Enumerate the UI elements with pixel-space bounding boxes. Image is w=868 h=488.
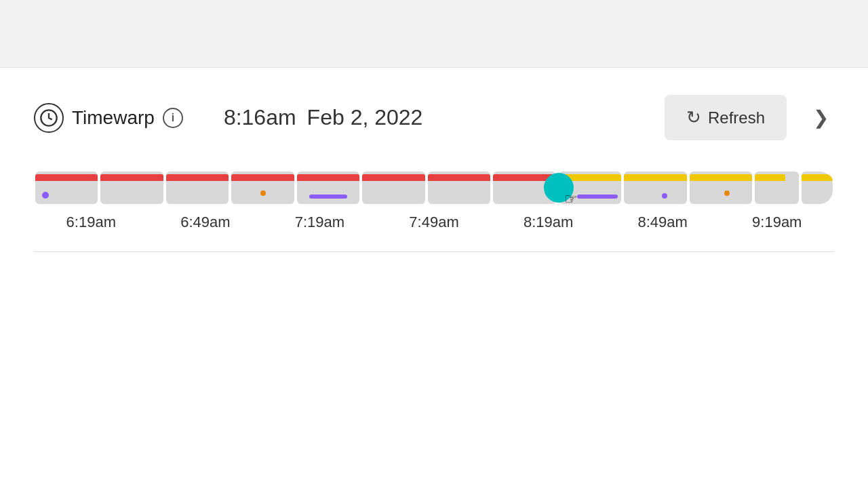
timeline-label-1: 6:49am [149,214,263,231]
seg-purple-dot-1 [42,192,49,199]
seg-yellow-12 [755,174,785,181]
seg-red-6 [362,174,425,181]
main-content: Timewarp i 8:16am Feb 2, 2022 ↻ Refresh … [0,68,868,252]
seg-red-5 [297,174,359,181]
nav-next-arrow[interactable]: ❯ [807,104,834,131]
timeline-label-0: 6:19am [34,214,149,231]
refresh-icon: ↻ [686,107,701,128]
timeline-label-4: 8:19am [491,214,606,231]
timeline-labels: 6:19am 6:49am 7:19am 7:49am 8:19am 8:49a… [34,214,834,231]
timeline-container: ☞ [34,167,834,231]
timeline-segment-1[interactable] [35,171,98,204]
seg-red-3 [166,174,229,181]
seg-orange-11 [724,190,730,196]
timeline-track[interactable]: ☞ [34,167,834,208]
timeline-segment-6[interactable] [362,171,425,204]
timeline-segment-12[interactable] [755,171,799,204]
seg-purple-dot-10 [662,193,667,199]
refresh-label: Refresh [708,108,765,127]
seg-purple-bar-9 [577,195,618,199]
timeline-segment-11[interactable] [690,171,752,204]
timeline-segment-3[interactable] [166,171,229,204]
timeline-label-5: 8:49am [606,214,720,231]
seg-red-7 [428,174,490,181]
timeline-label-3: 7:49am [377,214,492,231]
divider [34,251,834,252]
timeline-label-2: 7:19am [262,214,377,231]
seg-red-1 [35,174,98,181]
time-display: 8:16am [224,105,296,130]
timeline-segment-9[interactable]: ☞ [559,171,621,204]
seg-yellow-11 [690,174,752,181]
timeline-segment-2[interactable] [100,171,163,204]
clock-icon [34,103,64,133]
refresh-button[interactable]: ↻ Refresh [665,95,787,140]
top-bar [0,0,868,68]
timeline-segment-7[interactable] [428,171,490,204]
seg-orange-4 [260,190,266,196]
timewarp-title: Timewarp [72,107,155,129]
timeline-current-indicator[interactable]: ☞ [544,173,574,203]
timeline-segment-10[interactable] [624,171,686,204]
seg-yellow-13 [802,174,833,181]
info-icon[interactable]: i [163,108,183,128]
seg-red-2 [100,174,163,181]
timeline-segment-13[interactable] [802,171,833,204]
timeline-label-6: 9:19am [719,214,834,231]
timeline-bar: ☞ [34,171,834,204]
cursor-hand-icon: ☞ [564,190,578,208]
header-row: Timewarp i 8:16am Feb 2, 2022 ↻ Refresh … [34,95,834,140]
datetime-section: 8:16am Feb 2, 2022 [224,105,423,130]
seg-yellow-10 [624,174,686,181]
seg-red-4 [231,174,294,181]
date-display: Feb 2, 2022 [307,105,423,130]
seg-purple-bar-5 [309,195,347,199]
timewarp-section: Timewarp i [34,103,183,133]
timeline-segment-5[interactable] [297,171,359,204]
timeline-segment-4[interactable] [231,171,294,204]
